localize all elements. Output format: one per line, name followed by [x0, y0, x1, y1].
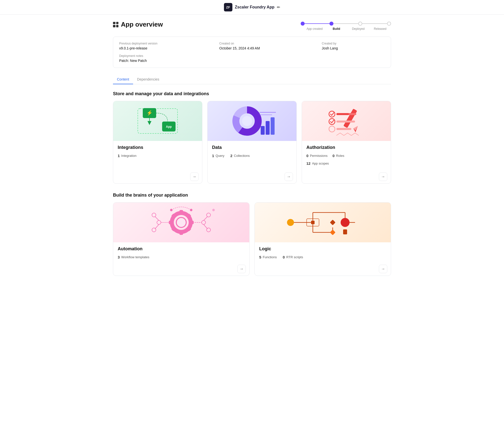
stat-permissions: 0 Permissions: [306, 154, 327, 158]
step-dot-deployed: [358, 22, 362, 26]
automation-card: Automation 3 Workflow templates →: [113, 202, 250, 276]
stat-app-scopes-label: App scopes: [312, 162, 329, 165]
authorization-arrow-button[interactable]: →: [379, 172, 387, 181]
stat-app-scopes-number: 12: [306, 161, 311, 166]
info-card: Previous deployment version v9.0.1-pre-r…: [113, 37, 391, 68]
authorization-body: Authorization 0 Permissions 0 Roles 12 A…: [302, 141, 391, 170]
svg-rect-15: [343, 109, 357, 128]
stat-integration-label: Integration: [121, 154, 136, 158]
section1-title: Store and manage your data and integrati…: [113, 91, 391, 96]
stat-rtr-scripts: 0 RTR scripts: [283, 255, 303, 259]
data-image: [208, 101, 296, 141]
data-stats: 1 Query 2 Collections: [212, 154, 292, 158]
data-arrow-button[interactable]: →: [285, 172, 293, 181]
authorization-stats-row1: 0 Permissions 0 Roles: [306, 154, 386, 158]
title-row: App overview: [113, 21, 391, 31]
svg-rect-62: [311, 221, 315, 224]
authorization-stats-row2: 12 App scopes: [306, 161, 386, 166]
logic-body: Logic 5 Functions 0 RTR scripts: [255, 242, 391, 263]
integrations-body: Integrations 1 Integration: [113, 141, 202, 170]
integrations-stats: 1 Integration: [118, 154, 198, 158]
section2-title: Build the brains of your application: [113, 193, 391, 198]
step-line-2: [333, 23, 358, 24]
step-released: [387, 22, 391, 26]
data-footer: →: [208, 170, 296, 183]
grid-icon: [113, 22, 118, 27]
svg-rect-10: [261, 126, 265, 135]
integrations-arrow-button[interactable]: →: [190, 172, 199, 181]
app-name: Zscaler Foundry App: [235, 5, 274, 9]
svg-rect-20: [336, 113, 349, 115]
created-by-value: Josh Lang: [322, 46, 385, 50]
authorization-illustration: [317, 104, 376, 138]
stat-functions-label: Functions: [263, 255, 277, 259]
svg-rect-22: [336, 121, 355, 123]
data-illustration: [222, 104, 282, 138]
authorization-footer: →: [302, 170, 391, 183]
prev-version: Previous deployment version v9.0.1-pre-r…: [119, 42, 204, 50]
stat-integration: 1 Integration: [118, 154, 137, 158]
svg-point-42: [202, 220, 206, 224]
svg-point-36: [157, 220, 161, 224]
edit-icon[interactable]: ✏: [277, 5, 280, 10]
integrations-card: ⚡ App Integrations: [113, 101, 202, 184]
svg-point-47: [170, 209, 173, 211]
step-labels: App created Build Deployed Released: [304, 27, 391, 31]
deployment-notes: Deployment notes Patch: New Patch: [119, 54, 385, 63]
app-header: ZF Zscaler Foundry App ✏: [0, 0, 504, 15]
svg-rect-24: [336, 128, 351, 130]
step-line-3: [362, 23, 387, 24]
stat-integration-number: 1: [118, 154, 120, 158]
logic-title: Logic: [259, 246, 386, 252]
svg-line-45: [204, 216, 208, 220]
svg-point-58: [287, 219, 294, 226]
tabs: Content Dependencies: [113, 75, 391, 84]
stat-permissions-label: Permissions: [310, 154, 327, 158]
label-build: Build: [325, 27, 347, 31]
tab-dependencies[interactable]: Dependencies: [133, 75, 163, 84]
stat-rtr-scripts-label: RTR scripts: [286, 255, 303, 259]
svg-line-40: [155, 224, 159, 229]
svg-rect-27: [180, 210, 183, 214]
automation-image: [113, 203, 249, 242]
svg-line-39: [155, 216, 159, 220]
stat-workflow-templates-number: 3: [118, 255, 120, 259]
step-app-created: [301, 22, 305, 26]
tab-content[interactable]: Content: [113, 75, 133, 84]
svg-rect-12: [271, 117, 275, 135]
label-deployed: Deployed: [347, 27, 369, 31]
logic-arrow-button[interactable]: →: [379, 265, 387, 273]
step-dot-released: [387, 22, 391, 26]
created-by: Created by Josh Lang: [322, 42, 385, 50]
cards-grid-2: Automation 3 Workflow templates →: [113, 202, 391, 276]
logic-stats: 5 Functions 0 RTR scripts: [259, 255, 386, 259]
logo-badge: ZF: [224, 3, 232, 11]
created-by-label: Created by: [322, 42, 385, 45]
stat-workflow-templates: 3 Workflow templates: [118, 255, 149, 259]
authorization-card: Authorization 0 Permissions 0 Roles 12 A…: [302, 101, 391, 184]
authorization-image: [302, 101, 391, 141]
progress-bar: App created Build Deployed Released: [301, 22, 391, 31]
data-title: Data: [212, 145, 292, 150]
svg-rect-28: [180, 231, 183, 235]
app-logo: ZF Zscaler Foundry App ✏: [224, 3, 280, 11]
svg-point-43: [207, 213, 211, 217]
automation-footer: →: [113, 263, 249, 276]
svg-marker-17: [353, 126, 358, 130]
integrations-footer: →: [113, 170, 202, 183]
automation-body: Automation 3 Workflow templates: [113, 242, 249, 263]
stat-functions-number: 5: [259, 255, 261, 259]
logic-card: Logic 5 Functions 0 RTR scripts →: [254, 202, 391, 276]
step-line-1: [305, 23, 329, 24]
svg-rect-60: [330, 220, 336, 225]
svg-rect-61: [330, 230, 336, 235]
stat-query-label: Query: [216, 154, 224, 158]
automation-arrow-button[interactable]: →: [237, 265, 246, 273]
svg-point-21: [329, 119, 335, 125]
label-app-created: App created: [304, 27, 325, 31]
logic-image: [255, 203, 391, 242]
integrations-image: ⚡ App: [113, 101, 202, 141]
created-on-value: October 15, 2024 4:49 AM: [219, 46, 307, 50]
svg-line-46: [204, 224, 208, 229]
progress-steps-row: [301, 22, 391, 26]
